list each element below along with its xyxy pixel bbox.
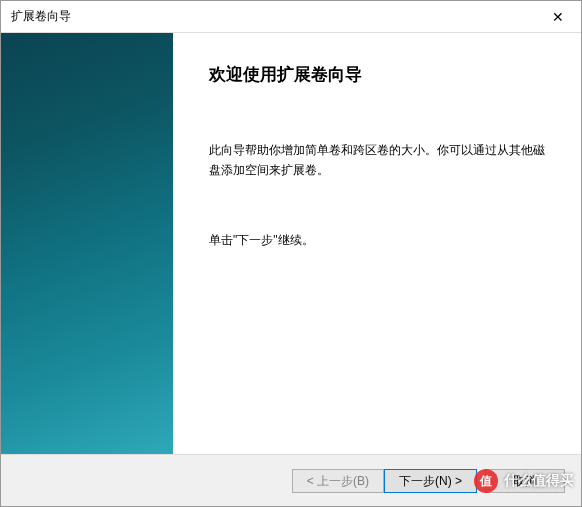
next-button[interactable]: 下一步(N) >: [384, 469, 477, 493]
button-bar: < 上一步(B) 下一步(N) > 取消: [1, 454, 581, 506]
wizard-description: 此向导帮助你增加简单卷和跨区卷的大小。你可以通过从其他磁盘添加空间来扩展卷。: [209, 140, 551, 181]
close-button[interactable]: ✕: [535, 1, 581, 32]
wizard-instruction: 单击"下一步"继续。: [209, 231, 551, 250]
back-button: < 上一步(B): [292, 469, 384, 493]
content-area: 欢迎使用扩展卷向导 此向导帮助你增加简单卷和跨区卷的大小。你可以通过从其他磁盘添…: [1, 33, 581, 454]
close-icon: ✕: [552, 9, 564, 25]
cancel-button[interactable]: 取消: [485, 469, 565, 493]
wizard-dialog: 扩展卷向导 ✕ 欢迎使用扩展卷向导 此向导帮助你增加简单卷和跨区卷的大小。你可以…: [0, 0, 582, 507]
wizard-main-panel: 欢迎使用扩展卷向导 此向导帮助你增加简单卷和跨区卷的大小。你可以通过从其他磁盘添…: [173, 33, 581, 454]
titlebar: 扩展卷向导 ✕: [1, 1, 581, 33]
wizard-heading: 欢迎使用扩展卷向导: [209, 63, 551, 86]
wizard-sidebar-graphic: [1, 33, 173, 454]
window-title: 扩展卷向导: [11, 8, 71, 25]
